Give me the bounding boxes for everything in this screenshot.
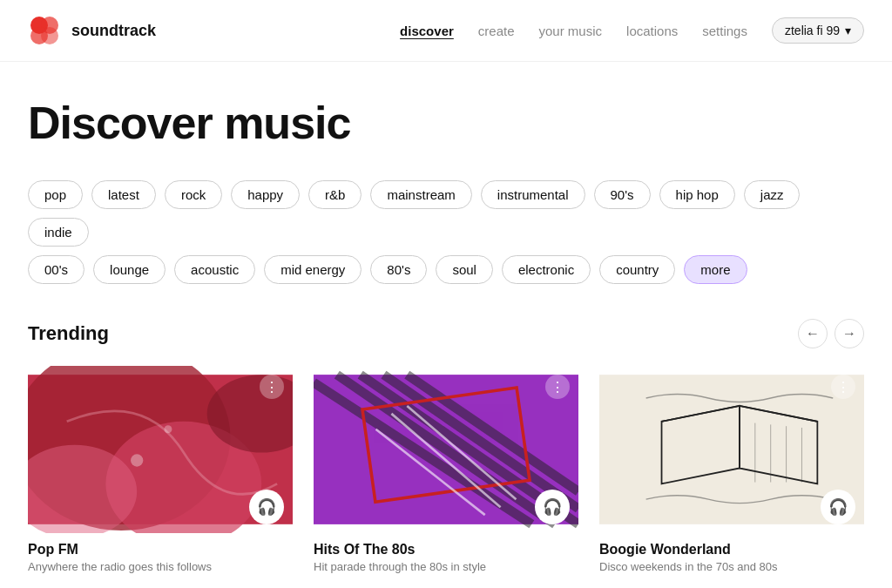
card-info: Pop FM Anywhere the radio goes this foll… [28,533,293,577]
filter-tag-soul[interactable]: soul [436,255,493,284]
card-image: ⋮ 🎧 [599,366,864,533]
trending-card-0[interactable]: ⋮ 🎧 Pop FM Anywhere the radio goes this … [28,366,293,577]
filter-tag-80s[interactable]: 80's [370,255,427,284]
filter-row-2: 00'sloungeacousticmid energy80'ssoulelec… [28,255,864,284]
trending-title: Trending [28,322,109,345]
card-desc: Hit parade through the 80s in style [314,560,578,573]
filter-tag-mainstream[interactable]: mainstream [370,180,471,209]
card-image: ⋮ 🎧 [314,366,578,533]
filter-tag-pop[interactable]: pop [28,180,83,209]
logo-area: soundtrack [28,14,156,47]
cards-grid: ⋮ 🎧 Pop FM Anywhere the radio goes this … [28,366,864,577]
filter-tag-country[interactable]: country [599,255,675,284]
card-title: Boogie Wonderland [599,542,864,558]
trending-card-1[interactable]: ⋮ 🎧 Hits Of The 80s Hit parade through t… [314,366,578,577]
nav-create[interactable]: create [478,24,515,38]
filter-tag-lounge[interactable]: lounge [93,255,166,284]
user-menu[interactable]: ztelia fi 99 ▾ [772,17,864,44]
filter-tag-latest[interactable]: latest [91,180,156,209]
filter-tag-rb[interactable]: r&b [308,180,362,209]
nav-arrows: ← → [798,319,864,348]
filter-tag-acoustic[interactable]: acoustic [174,255,255,284]
nav-settings[interactable]: settings [702,24,747,38]
trending-section: Trending ← → ⋮ 🎧 Pop FM Anywhere the rad… [28,319,864,577]
card-desc: Disco weekends in the 70s and 80s [599,560,864,573]
filter-tag-hiphop[interactable]: hip hop [659,180,735,209]
nav-your-music[interactable]: your music [539,24,603,38]
trending-card-2[interactable]: ⋮ 🎧 Boogie Wonderland Disco weekends in … [599,366,864,577]
card-play-button[interactable]: 🎧 [821,490,855,524]
filter-tag-instrumental[interactable]: instrumental [481,180,585,209]
filter-tag-90s[interactable]: 90's [594,180,651,209]
card-info: Boogie Wonderland Disco weekends in the … [599,533,864,577]
logo-text: soundtrack [71,22,156,40]
nav-locations[interactable]: locations [626,24,678,38]
card-image: ⋮ 🎧 [28,366,293,533]
filter-row-1: poplatestrockhappyr&bmainstreaminstrumen… [28,180,864,247]
main-nav: discover create your music locations set… [400,17,864,44]
page-title: Discover music [28,97,864,149]
svg-point-10 [164,425,172,433]
card-title: Hits Of The 80s [314,542,578,558]
filter-tag-more[interactable]: more [684,255,747,284]
filter-tag-electronic[interactable]: electronic [502,255,591,284]
nav-discover[interactable]: discover [400,24,454,38]
card-menu-button[interactable]: ⋮ [260,375,284,399]
card-title: Pop FM [28,542,293,558]
filter-tag-jazz[interactable]: jazz [744,180,801,209]
prev-arrow[interactable]: ← [798,319,828,348]
trending-header: Trending ← → [28,319,864,348]
user-label: ztelia fi 99 [785,24,840,37]
card-play-button[interactable]: 🎧 [535,490,570,524]
logo-icon [28,14,61,47]
filter-tag-happy[interactable]: happy [231,180,300,209]
filter-tag-midenergy[interactable]: mid energy [264,255,362,284]
filter-tag-rock[interactable]: rock [165,180,222,209]
svg-point-3 [41,27,58,44]
card-play-button[interactable]: 🎧 [249,490,284,524]
card-info: Hits Of The 80s Hit parade through the 8… [314,533,578,577]
svg-point-9 [131,454,143,466]
card-menu-button[interactable]: ⋮ [831,375,855,399]
next-arrow[interactable]: → [835,319,864,348]
card-menu-button[interactable]: ⋮ [545,375,570,399]
chevron-down-icon: ▾ [845,24,851,37]
filter-tag-indie[interactable]: indie [28,218,89,247]
filter-tag-00s[interactable]: 00's [28,255,84,284]
card-desc: Anywhere the radio goes this follows [28,560,293,573]
